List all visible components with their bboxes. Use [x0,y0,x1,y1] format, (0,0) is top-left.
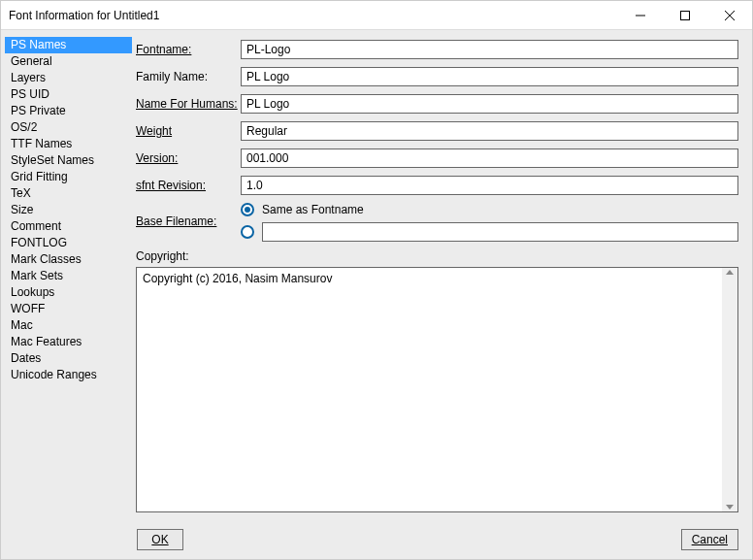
ok-button[interactable]: OK [137,529,183,550]
family-name-input[interactable] [241,67,738,86]
window-title: Font Information for Untitled1 [9,9,618,22]
sidebar-item-os-2[interactable]: OS/2 [5,119,132,136]
close-button[interactable] [707,1,752,30]
sidebar-item-mac[interactable]: Mac [5,317,132,334]
sidebar-item-ps-private[interactable]: PS Private [5,103,132,119]
sidebar-item-dates[interactable]: Dates [5,350,132,367]
sidebar-item-mark-classes[interactable]: Mark Classes [5,251,132,268]
base-filename-label: Base Filename: [136,203,241,228]
sfnt-revision-label: sfnt Revision: [136,179,241,192]
sfnt-revision-input[interactable] [241,176,738,195]
content-area: PS NamesGeneralLayersPS UIDPS PrivateOS/… [1,30,752,520]
main-panel: Fontname: Family Name: Name For Humans: … [132,32,752,520]
fontname-label: Fontname: [136,43,241,56]
weight-label: Weight [136,124,241,138]
copyright-label: Copyright: [136,249,738,263]
radio-same-as-fontname-label: Same as Fontname [262,203,364,216]
copyright-textarea[interactable] [137,268,722,511]
sidebar-item-general[interactable]: General [5,53,132,70]
version-input[interactable] [241,148,738,168]
base-filename-input[interactable] [262,222,738,242]
scrollbar[interactable] [722,268,737,511]
radio-same-as-fontname[interactable] [241,203,254,216]
maximize-button[interactable] [663,1,707,30]
minimize-button[interactable] [618,1,663,30]
radio-custom-filename[interactable] [241,225,254,239]
sidebar-item-ps-names[interactable]: PS Names [5,37,132,53]
copyright-field-wrap [136,267,738,512]
scroll-down-icon [726,505,734,510]
sidebar-item-comment[interactable]: Comment [5,218,132,235]
sidebar-item-layers[interactable]: Layers [5,70,132,86]
sidebar-item-ttf-names[interactable]: TTF Names [5,136,132,152]
sidebar-item-tex[interactable]: TeX [5,185,132,202]
name-for-humans-label: Name For Humans: [136,97,241,111]
sidebar-item-unicode-ranges[interactable]: Unicode Ranges [5,367,132,383]
sidebar-item-ps-uid[interactable]: PS UID [5,86,132,103]
sidebar-item-lookups[interactable]: Lookups [5,284,132,301]
scroll-up-icon [726,270,734,275]
sidebar-item-woff[interactable]: WOFF [5,301,132,317]
sidebar-item-mark-sets[interactable]: Mark Sets [5,268,132,284]
sidebar-item-styleset-names[interactable]: StyleSet Names [5,152,132,169]
sidebar-item-size[interactable]: Size [5,202,132,218]
sidebar-item-grid-fitting[interactable]: Grid Fitting [5,169,132,185]
sidebar-item-mac-features[interactable]: Mac Features [5,334,132,350]
sidebar-item-fontlog[interactable]: FONTLOG [5,235,132,251]
cancel-button[interactable]: Cancel [681,529,738,550]
fontname-input[interactable] [241,40,738,59]
weight-input[interactable] [241,121,738,141]
family-name-label: Family Name: [136,70,241,83]
name-for-humans-input[interactable] [241,94,738,114]
button-bar: OK Cancel [1,520,752,559]
svg-rect-1 [681,11,690,19]
titlebar: Font Information for Untitled1 [1,1,752,30]
category-sidebar: PS NamesGeneralLayersPS UIDPS PrivateOS/… [1,32,132,520]
version-label: Version: [136,151,241,165]
